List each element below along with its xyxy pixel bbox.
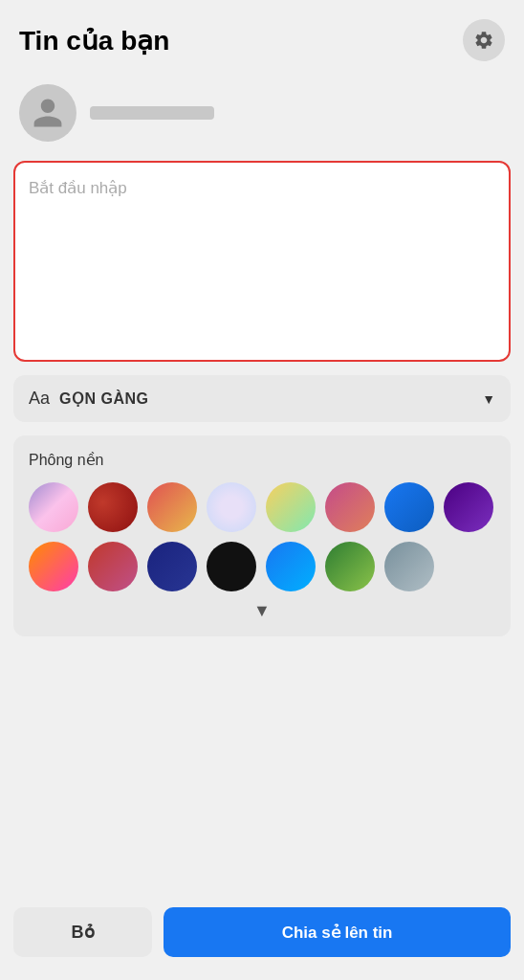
color-swatch-8[interactable] — [444, 482, 493, 532]
share-button[interactable]: Chia sẻ lên tin — [164, 907, 511, 957]
font-selector[interactable]: Aa GỌN GÀNG ▼ — [13, 375, 511, 422]
bottom-bar: Bỏ Chia sẻ lên tin — [0, 894, 524, 980]
settings-button[interactable] — [463, 19, 505, 61]
font-aa-label: Aa — [29, 389, 50, 409]
color-swatch-11[interactable] — [147, 542, 197, 591]
font-name-label: GỌN GÀNG — [59, 390, 148, 408]
chevron-down-icon: ▼ — [482, 391, 495, 407]
header: Tin của bạn — [0, 0, 524, 71]
color-row-1 — [29, 482, 495, 532]
color-swatch-12[interactable] — [207, 542, 256, 591]
chevron-down-icon: ▼ — [253, 601, 271, 621]
text-input-area[interactable]: Bắt đầu nhập — [13, 161, 511, 362]
username-placeholder — [90, 106, 214, 120]
user-icon — [31, 96, 65, 130]
expand-colors-section[interactable]: ▼ — [29, 601, 495, 621]
font-selector-left: Aa GỌN GÀNG — [29, 389, 148, 409]
color-swatch-5[interactable] — [266, 482, 316, 532]
color-swatch-3[interactable] — [147, 482, 197, 532]
color-swatch-6[interactable] — [325, 482, 375, 532]
color-swatch-2[interactable] — [88, 482, 138, 532]
text-input-placeholder: Bắt đầu nhập — [29, 179, 127, 197]
color-swatch-10[interactable] — [88, 542, 138, 591]
color-swatch-15[interactable] — [384, 542, 434, 591]
color-swatch-13[interactable] — [266, 542, 316, 591]
gear-icon — [473, 30, 494, 51]
profile-row — [0, 71, 524, 161]
page-title: Tin của bạn — [19, 25, 169, 56]
color-swatch-14[interactable] — [325, 542, 375, 591]
avatar — [19, 84, 76, 142]
color-row-2 — [29, 542, 495, 591]
background-label: Phông nền — [29, 451, 495, 469]
color-swatch-4[interactable] — [207, 482, 256, 532]
color-swatch-1[interactable] — [29, 482, 78, 532]
color-swatch-7[interactable] — [384, 482, 434, 532]
background-section: Phông nền ▼ — [13, 435, 511, 636]
color-swatch-9[interactable] — [29, 542, 78, 591]
bo-button[interactable]: Bỏ — [13, 907, 152, 957]
